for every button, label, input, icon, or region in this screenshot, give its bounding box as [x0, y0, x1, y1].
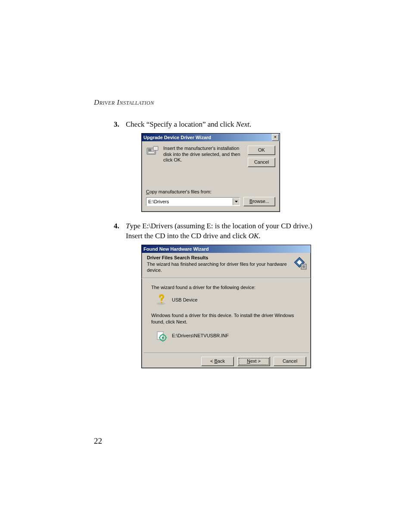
- dialog1-titlebar: Upgrade Device Driver Wizard ×: [142, 134, 280, 141]
- step-3-number: 3.: [114, 120, 119, 130]
- svg-rect-1: [148, 149, 151, 151]
- page-number: 22: [94, 436, 102, 446]
- step-3: 3. Check “Specify a location” and click …: [116, 120, 319, 212]
- dialog1-title: Upgrade Device Driver Wizard: [143, 134, 211, 141]
- next-button[interactable]: Next >: [237, 357, 270, 366]
- path-combobox[interactable]: [146, 197, 240, 206]
- step-3-text: Check “Specify a location” and click Nex…: [126, 120, 251, 128]
- svg-point-13: [162, 336, 164, 339]
- upgrade-driver-dialog: Upgrade Device Driver Wizard × Insert th…: [141, 133, 280, 212]
- step-4-text: Type E:\Drivers (assuming E: is the loca…: [126, 222, 312, 240]
- found-hardware-dialog: Found New Hardware Wizard Driver Files S…: [141, 245, 311, 368]
- found-line: The wizard found a driver for the follow…: [151, 284, 304, 291]
- svg-point-10: [161, 302, 162, 304]
- browse-button[interactable]: Browse...: [243, 197, 275, 206]
- copy-from-label: Copy manufacturer's files from:: [146, 189, 275, 195]
- close-icon[interactable]: ×: [272, 134, 279, 141]
- step-4: 4. Type E:\Drivers (assuming E: is the l…: [116, 221, 319, 368]
- dialog2-subheading: The wizard has finished searching for dr…: [147, 261, 288, 274]
- svg-rect-3: [153, 146, 158, 150]
- chevron-down-icon[interactable]: [233, 198, 240, 205]
- install-line: Windows found a driver for this device. …: [151, 312, 304, 325]
- main-content: 3. Check “Specify a location” and click …: [116, 120, 319, 378]
- ok-button[interactable]: OK: [248, 146, 275, 155]
- dialog2-title: Found New Hardware Wizard: [143, 245, 209, 253]
- svg-point-8: [302, 265, 305, 268]
- floppy-disk-icon: [146, 146, 159, 156]
- dialog1-message: Insert the manufacturer's installation d…: [163, 146, 243, 163]
- cancel-button-2[interactable]: Cancel: [274, 357, 306, 366]
- section-header: Driver Installation: [94, 98, 154, 107]
- hardware-icon: [292, 255, 307, 270]
- device-name: USB Device: [172, 297, 197, 303]
- dialog2-titlebar: Found New Hardware Wizard: [142, 245, 311, 253]
- svg-marker-4: [235, 201, 238, 202]
- dialog2-heading: Driver Files Search Results: [147, 255, 288, 261]
- question-icon: [156, 294, 167, 305]
- svg-rect-2: [148, 152, 155, 154]
- cancel-button[interactable]: Cancel: [248, 158, 275, 167]
- inf-file-icon: [156, 330, 167, 342]
- inf-path: E:\Drivers\NETVUSBR.INF: [172, 333, 229, 339]
- path-input[interactable]: [146, 198, 233, 205]
- back-button[interactable]: < Back: [201, 357, 234, 366]
- step-4-number: 4.: [114, 221, 119, 231]
